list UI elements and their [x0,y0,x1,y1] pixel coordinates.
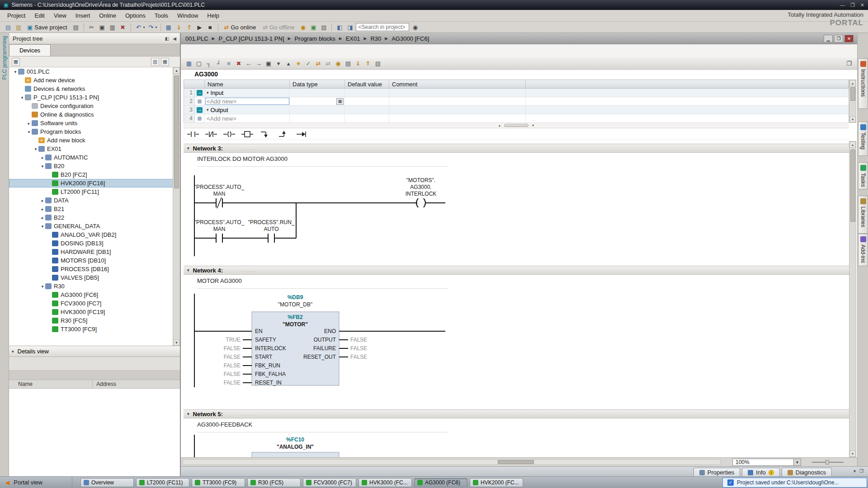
tree-item-001-plc[interactable]: ▾001.PLC [9,67,174,76]
absolute-symbolic-icon[interactable]: ▣ [264,59,273,68]
close-button[interactable]: ✕ [860,2,864,8]
fc-call-box[interactable] [252,452,339,457]
favorite-coil-icon[interactable] [222,130,236,139]
monitoring-on-off-icon[interactable]: ◉ [334,59,343,68]
editor-close-icon[interactable]: ✕ [844,35,854,42]
pin-value[interactable]: FALSE [224,380,241,386]
inspector-float-icon[interactable]: ❐ [859,469,863,474]
tree-item-automatic[interactable]: ▸AUTOMATIC [9,153,174,162]
auto-collapse-icon[interactable]: ◧ [165,36,169,41]
pin-value[interactable]: FALSE [350,337,367,343]
operand-label[interactable]: "PROCESS".RUN_ [248,219,295,225]
undo-icon[interactable]: ↶ [134,23,143,32]
breadcrumb-item-p-clp-cpu-1513-1-pn[interactable]: P_CLP [CPU 1513-1 PN] [218,35,285,42]
favorite-empty-box-icon[interactable] [241,130,254,139]
scroll-down-icon[interactable]: ▾ [849,116,856,122]
scrollbar-thumb[interactable] [850,87,855,101]
table-row-input-1[interactable]: 1→▾Input [184,89,849,97]
table-editor-splitter[interactable]: ▴ ▾ [184,123,849,128]
pin-value[interactable]: FALSE [224,345,241,352]
pin-value[interactable]: FALSE [224,362,241,369]
details-collapse-icon[interactable]: ▾ [12,349,14,354]
network-collapse-icon[interactable]: ▾ [187,146,189,150]
favorite-no-contact-icon[interactable] [186,130,200,139]
tree-item-software-units[interactable]: ▸Software units [9,119,174,127]
breadcrumb-item-program-blocks[interactable]: Program blocks [293,35,336,42]
tree-item-tt3000-fc9[interactable]: TT3000 [FC9] [9,325,174,333]
taskbar-button-overview[interactable]: Overview [80,478,134,487]
scroll-down-icon[interactable]: ▼ [173,339,180,346]
stop-cpu-icon[interactable]: ■ [206,23,215,32]
tab-instructions[interactable]: Instructions [858,58,868,109]
scrollbar-thumb[interactable] [174,75,179,188]
taskbar-button-hvk2000-fc[interactable]: HVK2000 (FC... [470,478,523,487]
split-editor-horizontal-icon[interactable]: ◨ [345,23,354,32]
taskbar-button-r30-fc5[interactable]: R30 (FC5) [247,478,301,487]
tree-item-b21[interactable]: ▸B21 [9,205,174,213]
taskbar-button-fcv3000-fc7[interactable]: FCV3000 (FC7) [303,478,356,487]
zoom-slider-knob[interactable] [826,460,829,465]
tree-item-hvk3000-fc19[interactable]: HVK3000 [FC19] [9,308,174,316]
breadcrumb-item-r30[interactable]: R30 [369,35,382,42]
print-icon[interactable]: ▤ [71,23,80,32]
tree-item-device-configuration[interactable]: Device configuration [9,102,174,110]
tab-tasks[interactable]: Tasks [858,162,868,189]
tree-item-analog-var-db2[interactable]: ANALOG_VAR [DB2] [9,230,174,239]
network-4-header[interactable]: ▾ Network 4: ...... [184,266,849,275]
tab-properties[interactable]: Properties [693,468,740,477]
scroll-down-icon[interactable]: ▾ [849,450,856,457]
zoom-dropdown-icon[interactable]: ▼ [793,459,801,465]
menu-options[interactable]: Options [121,10,150,21]
operand-label[interactable]: MAN [213,191,226,197]
tree-expander-closed-icon[interactable]: ▸ [40,216,45,220]
menu-online[interactable]: Online [94,10,121,21]
tree-item-p-clp-cpu-1513-1-pn[interactable]: ▾P_CLP [CPU 1513-1 PN] [9,93,174,102]
taskbar-button-ag3000-fc6[interactable]: AG3000 (FC6) [414,478,467,487]
interface-table-scrollbar[interactable]: ▴ ▾ [849,80,856,123]
operand-label[interactable]: "PROCESS".AUTO_ [194,219,245,225]
tree-item-program-blocks[interactable]: ▾Program blocks [9,127,174,136]
fc-number[interactable]: %FC10 [286,436,304,443]
tree-item-fcv3000-fc7[interactable]: FCV3000 [FC7] [9,299,174,308]
go-offline-small-icon[interactable]: ⇄ [324,59,333,68]
operand-label[interactable]: "MOTORS". [406,177,435,183]
start-cpu-icon[interactable]: ▶ [195,23,204,32]
tree-expander-closed-icon[interactable]: ▸ [40,198,45,203]
undo-dropdown-icon[interactable]: ▾ [143,25,145,29]
tree-item-hardware-db1[interactable]: HARDWARE [DB1] [9,248,174,256]
paste-icon[interactable]: ▥ [108,23,117,32]
column-header-default-value[interactable]: Default value [345,80,389,88]
pin-value[interactable]: TRUE [226,337,241,343]
network-3-header[interactable]: ▾ Network 3: ...... [184,144,849,153]
pin-value[interactable]: FALSE [224,371,241,377]
operand-label[interactable]: AG3000. [410,184,431,190]
network-collapse-icon[interactable]: ▾ [187,412,189,416]
details-col-address[interactable]: Address [93,380,116,388]
operand-label[interactable]: INTERLOCK [406,191,437,197]
tab-devices[interactable]: Devices [9,44,51,56]
tree-item-ex01[interactable]: ▾EX01 [9,145,174,153]
column-header-data-type[interactable]: Data type [290,80,345,88]
tree-view-icon[interactable]: ▥ [151,58,159,66]
redo-dropdown-icon[interactable]: ▾ [156,25,157,29]
db-name[interactable]: "MOTOR_DB" [278,301,312,308]
editor-scrollbar[interactable]: ▴ ▾ [849,141,856,457]
column-header-comment[interactable]: Comment [389,80,526,88]
start-simulation-icon[interactable]: ▧ [319,23,328,32]
tree-item-r30-fc5[interactable]: R30 [FC5] [9,316,174,325]
coil[interactable] [416,198,425,207]
tree-item-hvk2000-fc16[interactable]: HVK2000 [FC16] [9,179,174,188]
pin-value[interactable]: FALSE [224,354,241,360]
collapse-networks-icon[interactable]: ▴ [284,59,293,68]
redo-icon[interactable]: ↷ [146,23,156,32]
no-contact[interactable] [268,234,274,243]
close-branch-icon[interactable]: ┘ [214,59,223,68]
maximize-editor-icon[interactable]: ❐ [844,59,854,68]
save-project-button[interactable]: ▣Save project [24,23,70,32]
pin-value[interactable]: FALSE [350,354,367,360]
tree-expander-open-icon[interactable]: ▾ [40,284,45,289]
details-col-name[interactable]: Name [9,380,93,388]
block-consistency-icon[interactable]: ✓ [304,59,313,68]
tree-columns-icon[interactable]: ▦ [161,58,169,66]
compile-icon[interactable]: ▦ [164,23,173,32]
